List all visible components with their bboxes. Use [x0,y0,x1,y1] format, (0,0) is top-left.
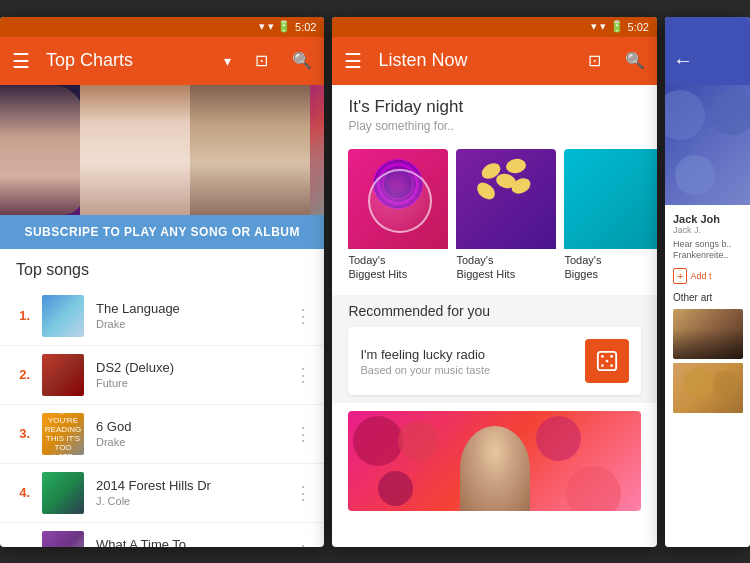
menu-icon-1[interactable]: ☰ [12,49,30,73]
song-title: The Language [96,301,282,316]
top-bar-2: ☰ Listen Now ⊡ 🔍 [332,37,656,85]
artist-name: Jack Joh [673,213,742,225]
chip-decoration [474,179,498,203]
friday-night-title: It's Friday night [348,97,640,117]
song-info: 2014 Forest Hills Dr J. Cole [96,478,282,507]
circle-decoration [566,466,621,511]
hero-circles [665,85,750,205]
song-info: DS2 (Deluxe) Future [96,360,282,389]
table-row[interactable]: 2. DS2 (Deluxe) Future ⋮ [0,346,324,405]
friday-night-sub: Play something for.. [348,119,640,133]
dice-icon[interactable] [585,339,629,383]
status-bar-2: ▾ ▾ 🔋 5:02 [332,17,656,37]
table-row[interactable]: 3. IF YOU'RE READING THIS IT'S TOO LATE … [0,405,324,464]
song-thumbnail [42,531,84,547]
artist-card[interactable] [348,411,640,511]
song-info: 6 God Drake [96,419,282,448]
svg-point-3 [601,364,604,367]
screen-top-charts: ▾ ▾ 🔋 5:02 ☰ Top Charts ▾ ⊡ 🔍 SUBSCRIPE … [0,17,324,547]
song-number: 6. [12,544,30,547]
related-artist-thumb-2[interactable] [673,363,743,413]
lucky-subtitle: Based on your music taste [360,364,490,376]
more-options-icon[interactable]: ⋮ [294,482,312,504]
search-icon-2[interactable]: 🔍 [625,51,645,70]
more-options-icon[interactable]: ⋮ [294,541,312,547]
vinyl-decoration [373,159,423,209]
artist-content: Jack Joh Jack J. Hear songs b.. Frankenr… [665,205,750,547]
chip-decoration [505,157,527,174]
top-bar-1: ☰ Top Charts ▾ ⊡ 🔍 [0,37,324,85]
related-artist-thumb-1[interactable] [673,309,743,359]
lucky-title: I'm feeling lucky radio [360,347,490,362]
song-info: What A Time To.. Drake & Future [96,537,282,547]
more-options-icon[interactable]: ⋮ [294,423,312,445]
svg-point-2 [610,355,613,358]
screen-artist-profile: ← Jack Joh Jack J. Hear songs b.. Franke… [665,17,750,547]
lucky-card[interactable]: I'm feeling lucky radio Based on your mu… [348,327,640,395]
status-bar-1: ▾ ▾ 🔋 5:02 [0,17,324,37]
cast-icon-1[interactable]: ⊡ [255,51,268,70]
more-options-icon[interactable]: ⋮ [294,305,312,327]
status-bar-3 [665,17,750,37]
table-row[interactable]: 4. 2014 Forest Hills Dr J. Cole ⋮ [0,464,324,523]
dropdown-icon-1[interactable]: ▾ [224,53,231,69]
list-item[interactable]: Today'sBiggest Hits [348,149,448,284]
listen-now-title: Listen Now [378,50,563,71]
table-row[interactable]: 6. What A Time To.. Drake & Future ⋮ [0,523,324,547]
artist-hero [665,85,750,205]
circle-decoration [378,471,413,506]
svg-point-5 [606,360,609,363]
other-artists-label: Other art [673,292,742,303]
song-thumbnail: IF YOU'RE READING THIS IT'S TOO LATE [42,413,84,455]
add-label: Add t [690,271,711,281]
status-time-2: 5:02 [628,21,649,33]
artist-photo [460,426,530,511]
more-options-icon[interactable]: ⋮ [294,364,312,386]
svg-point-1 [601,355,604,358]
song-info: The Language Drake [96,301,282,330]
music-cards-row: Today'sBiggest Hits Today'sBiggest Hits … [332,141,656,296]
circle-decoration [675,155,715,195]
song-thumbnail [42,295,84,337]
hero-image [0,85,324,215]
song-title: 6 God [96,419,282,434]
cast-icon-2[interactable]: ⊡ [588,51,601,70]
search-icon-1[interactable]: 🔍 [292,51,312,70]
card-image-2 [456,149,556,249]
song-number: 4. [12,485,30,500]
status-time-1: 5:02 [295,21,316,33]
screen1-title: Top Charts [46,50,208,71]
list-item[interactable]: Today'sBiggest Hits [456,149,556,284]
status-icons-2: ▾ ▾ 🔋 [591,20,623,33]
subscribe-button[interactable]: SUBSCRIPE TO PLAY ANY SONG OR ALBUM [0,215,324,249]
face-right [190,85,310,215]
song-artist: Drake [96,436,282,448]
circle-decoration [536,416,581,461]
svg-point-4 [610,364,613,367]
card-label-2: Today'sBiggest Hits [456,249,556,284]
song-number: 2. [12,367,30,382]
face-center [80,85,200,215]
artist-sub-name: Jack J. [673,225,742,235]
add-to-library-button[interactable]: + Add t [673,268,742,284]
screen-listen-now: ▾ ▾ 🔋 5:02 ☰ Listen Now ⊡ 🔍 It's Friday … [332,17,656,547]
song-list: 1. The Language Drake ⋮ 2. DS2 (Deluxe) … [0,287,324,547]
face-left [0,85,90,215]
song-artist: Drake [96,318,282,330]
card-label-3: Today'sBigges [564,249,656,284]
song-title: 2014 Forest Hills Dr [96,478,282,493]
circle-decoration [353,416,403,466]
card-image-1 [348,149,448,249]
table-row[interactable]: 1. The Language Drake ⋮ [0,287,324,346]
song-thumbnail [42,472,84,514]
listen-hero: It's Friday night Play something for.. [332,85,656,141]
song-title: What A Time To.. [96,537,282,547]
circle-decoration [398,421,438,461]
list-item[interactable]: Today'sBigges [564,149,656,284]
menu-icon-2[interactable]: ☰ [344,49,362,73]
add-icon: + [673,268,687,284]
circle-decoration [665,90,705,140]
back-icon[interactable]: ← [673,49,693,72]
song-title: DS2 (Deluxe) [96,360,282,375]
song-number: 1. [12,308,30,323]
